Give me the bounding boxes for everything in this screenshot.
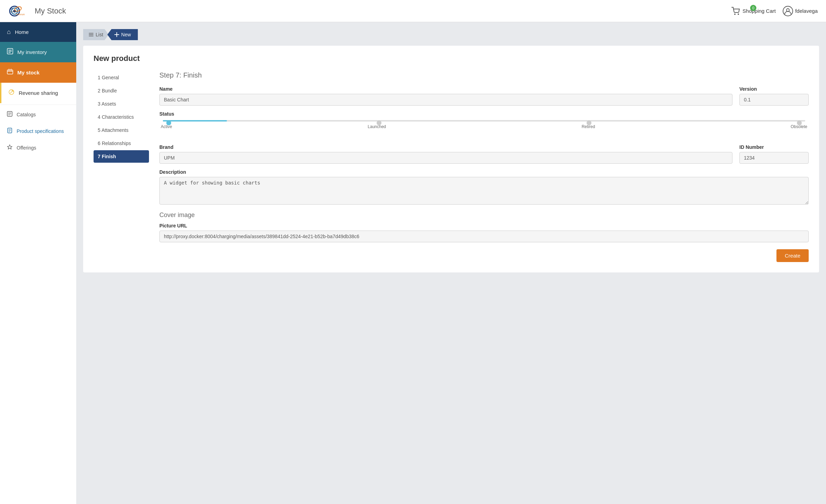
sidebar-item-inventory[interactable]: My inventory [0, 42, 76, 62]
stock-icon [7, 69, 13, 76]
sidebar-sub-item-product-specs[interactable]: Product specifications [0, 123, 76, 140]
cover-image-heading: Cover image [159, 212, 809, 219]
product-specs-icon [7, 128, 12, 135]
id-number-label: ID Number [739, 144, 809, 150]
form-actions: Create [159, 249, 809, 262]
svg-point-7 [734, 14, 736, 15]
create-button[interactable]: Create [776, 249, 809, 262]
svg-rect-15 [7, 71, 13, 72]
sidebar-item-inventory-label: My inventory [17, 49, 47, 55]
cart-badge: 0 [750, 5, 756, 11]
sidebar-item-stock-label: My stock [17, 70, 39, 75]
step-title: Step 7: Finish [159, 71, 809, 79]
svg-rect-13 [8, 52, 11, 53]
header: FI WARE tmforum My Stock 0 Shopping Cart [0, 0, 826, 22]
plus-icon [114, 32, 119, 37]
svg-rect-12 [8, 51, 12, 52]
sidebar-item-home[interactable]: ⌂ Home [0, 22, 76, 42]
wizard-layout: 1 General 2 Bundle 3 Assets 4 Characteri… [94, 71, 809, 262]
home-icon: ⌂ [7, 28, 11, 36]
brand-id-row: Brand ID Number [159, 144, 809, 164]
logo-svg: FI WARE tmforum [8, 3, 28, 19]
sidebar-item-home-label: Home [15, 29, 29, 35]
wizard-step-characteristics[interactable]: 4 Characteristics [94, 111, 149, 123]
svg-rect-14 [7, 70, 13, 74]
version-label: Version [739, 86, 809, 92]
wizard-step-general[interactable]: 1 General [94, 71, 149, 84]
sidebar-item-stock[interactable]: My stock [0, 62, 76, 83]
status-slider-container: Active Launched Retired Obsolete [159, 117, 809, 137]
logo: FI WARE tmforum [8, 3, 28, 19]
sidebar-sub-product-specs-label: Product specifications [17, 128, 64, 134]
content-area: List New New product 1 General 2 Bun [76, 22, 826, 504]
wizard-step-attachments[interactable]: 5 Attachments [94, 124, 149, 136]
tab-new-label: New [121, 32, 131, 37]
brand-label: Brand [159, 144, 732, 150]
inventory-icon [7, 48, 13, 56]
status-dots [166, 122, 802, 125]
picture-url-label: Picture URL [159, 223, 809, 228]
wizard-step-assets[interactable]: 3 Assets [94, 98, 149, 110]
status-section: Status [159, 111, 809, 137]
header-right: 0 Shopping Cart fdelavega [731, 6, 818, 16]
cart-icon [731, 7, 740, 15]
status-label: Status [159, 111, 809, 117]
app-title: My Stock [35, 7, 66, 16]
offerings-icon [7, 144, 12, 151]
svg-text:tmforum: tmforum [16, 13, 25, 16]
username-label: fdelavega [795, 8, 818, 14]
description-label: Description [159, 169, 809, 175]
id-number-group: ID Number [739, 144, 809, 164]
status-dot-active [166, 120, 171, 125]
wizard-content: Step 7: Finish Name Version [159, 71, 809, 262]
list-icon [89, 33, 94, 37]
name-version-row: Name Version [159, 86, 809, 106]
picture-url-input[interactable] [159, 231, 809, 242]
main-layout: ⌂ Home My inventory M [0, 22, 826, 504]
name-label: Name [159, 86, 732, 92]
description-group: Description A widget for showing basic c… [159, 169, 809, 205]
svg-point-8 [738, 14, 739, 15]
tab-new[interactable]: New [107, 29, 138, 40]
status-dot-obsolete [797, 120, 802, 125]
version-group: Version [739, 86, 809, 106]
id-number-input[interactable] [739, 152, 809, 164]
tab-list[interactable]: List [83, 29, 109, 40]
sidebar-item-revenue[interactable]: Revenue sharing [0, 83, 76, 103]
wizard-step-relationships[interactable]: 6 Relationships [94, 137, 149, 150]
svg-text:WARE: WARE [10, 10, 18, 13]
picture-url-group: Picture URL [159, 223, 809, 242]
status-dot-launched [377, 120, 381, 125]
name-group: Name [159, 86, 732, 106]
svg-point-9 [787, 9, 789, 11]
brand-input[interactable] [159, 152, 732, 164]
header-left: FI WARE tmforum My Stock [8, 3, 66, 19]
tab-list-label: List [96, 32, 103, 37]
sidebar-sub-offerings-label: Offerings [17, 145, 36, 151]
user-avatar-icon [783, 6, 793, 16]
wizard-step-bundle[interactable]: 2 Bundle [94, 84, 149, 97]
panel-title: New product [94, 54, 809, 63]
shopping-cart[interactable]: 0 Shopping Cart [731, 7, 776, 15]
form-panel: New product 1 General 2 Bundle 3 Assets … [83, 46, 819, 272]
catalogs-icon [7, 111, 12, 118]
version-input[interactable] [739, 94, 809, 106]
wizard-steps: 1 General 2 Bundle 3 Assets 4 Characteri… [94, 71, 149, 262]
name-input[interactable] [159, 94, 732, 106]
tabs-bar: List New [83, 29, 819, 40]
svg-text:FI: FI [10, 7, 13, 10]
status-dot-retired [587, 120, 591, 125]
sidebar-sub-item-catalogs[interactable]: Catalogs [0, 106, 76, 123]
cart-label: Shopping Cart [742, 8, 776, 14]
sidebar: ⌂ Home My inventory M [0, 22, 76, 504]
description-textarea[interactable]: A widget for showing basic charts [159, 177, 809, 205]
wizard-step-finish[interactable]: 7 Finish [94, 150, 149, 163]
svg-rect-11 [8, 50, 12, 51]
status-track-fill [163, 120, 227, 122]
sidebar-divider [0, 105, 76, 105]
user-menu[interactable]: fdelavega [783, 6, 818, 16]
brand-group: Brand [159, 144, 732, 164]
sidebar-sub-item-offerings[interactable]: Offerings [0, 140, 76, 156]
status-track [163, 120, 805, 122]
sidebar-sub-catalogs-label: Catalogs [17, 112, 36, 117]
